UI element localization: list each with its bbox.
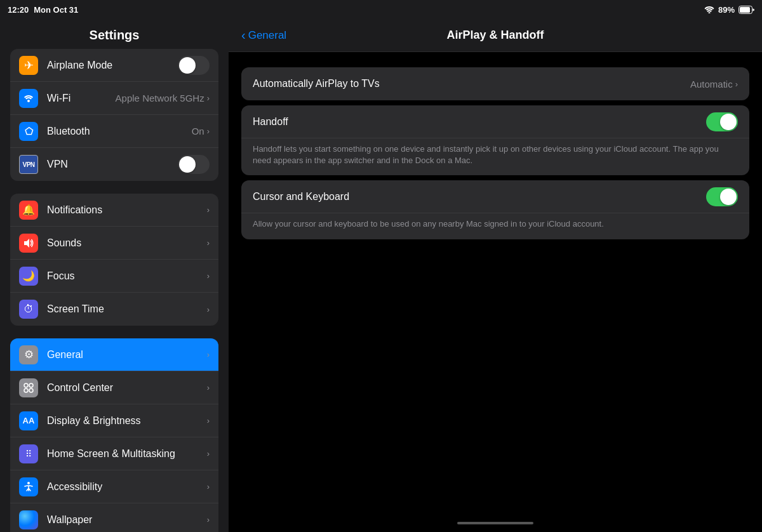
cursor-keyboard-row[interactable]: Cursor and Keyboard — [241, 180, 749, 213]
right-panel: ‹ General AirPlay & Handoff Automaticall… — [229, 19, 762, 532]
sidebar-item-general[interactable]: ⚙ General › — [10, 338, 218, 371]
svg-point-0 — [708, 12, 710, 13]
handoff-card: Handoff Handoff lets you start something… — [241, 105, 749, 175]
notifications-chevron: › — [207, 205, 210, 215]
handoff-toggle[interactable] — [706, 112, 738, 131]
accessibility-chevron: › — [207, 482, 210, 491]
right-header: ‹ General AirPlay & Handoff — [229, 19, 762, 52]
display-label: Display & Brightness — [47, 415, 207, 427]
cursor-keyboard-description: Allow your cursor and keyboard to be use… — [241, 213, 749, 239]
sidebar-item-home-screen[interactable]: ⠿ Home Screen & Multitasking › — [10, 437, 218, 470]
bluetooth-label: Bluetooth — [47, 126, 192, 137]
wifi-icon — [19, 89, 38, 108]
sidebar-item-screen-time[interactable]: ⏱ Screen Time › — [10, 293, 218, 326]
handoff-label: Handoff — [253, 116, 706, 128]
sidebar-item-wallpaper[interactable]: Wallpaper › — [10, 503, 218, 532]
wifi-label: Wi-Fi — [47, 93, 116, 104]
right-panel-title: AirPlay & Handoff — [446, 29, 544, 42]
handoff-description: Handoff lets you start something on one … — [241, 138, 749, 175]
general-chevron: › — [207, 350, 210, 359]
sidebar-item-focus[interactable]: 🌙 Focus › — [10, 260, 218, 293]
control-center-icon — [19, 378, 38, 397]
svg-rect-2 — [740, 7, 750, 13]
right-content: Automatically AirPlay to TVs Automatic ›… — [229, 52, 762, 519]
focus-icon: 🌙 — [19, 267, 38, 286]
airplane-mode-icon: ✈ — [19, 56, 38, 75]
airplane-mode-knob — [179, 57, 196, 74]
main-layout: Settings ✈ Airplane Mode — [0, 19, 762, 532]
notifications-label: Notifications — [47, 204, 207, 216]
display-icon: AA — [19, 411, 38, 430]
battery-icon — [739, 6, 754, 14]
vpn-toggle[interactable] — [178, 155, 210, 174]
home-screen-icon: ⠿ — [19, 444, 38, 463]
svg-marker-4 — [24, 239, 29, 248]
handoff-row[interactable]: Handoff — [241, 105, 749, 138]
sidebar-item-airplane-mode[interactable]: ✈ Airplane Mode — [10, 49, 218, 82]
sounds-label: Sounds — [47, 237, 207, 249]
notifications-icon: 🔔 — [19, 201, 38, 220]
screen-time-label: Screen Time — [47, 303, 207, 315]
auto-airplay-label: Automatically AirPlay to TVs — [253, 78, 690, 90]
accessibility-label: Accessibility — [47, 481, 207, 493]
handoff-toggle-knob — [720, 114, 737, 130]
wifi-icon — [704, 6, 714, 13]
general-icon: ⚙ — [19, 345, 38, 364]
system1-group: 🔔 Notifications › Sounds › — [10, 194, 218, 326]
svg-point-7 — [24, 389, 28, 392]
sidebar-item-wifi[interactable]: Wi-Fi Apple Network 5GHz › — [10, 82, 218, 115]
status-date: Mon Oct 31 — [34, 5, 78, 15]
accessibility-icon — [19, 477, 38, 496]
auto-airplay-row[interactable]: Automatically AirPlay to TVs Automatic › — [241, 67, 749, 100]
sidebar-item-accessibility[interactable]: Accessibility › — [10, 470, 218, 503]
back-button[interactable]: ‹ General — [241, 28, 286, 43]
cursor-keyboard-card: Cursor and Keyboard Allow your cursor an… — [241, 180, 749, 239]
airplay-card: Automatically AirPlay to TVs Automatic › — [241, 67, 749, 100]
sidebar-item-notifications[interactable]: 🔔 Notifications › — [10, 194, 218, 227]
vpn-icon: VPN — [19, 155, 38, 174]
battery-percent: 89% — [718, 5, 735, 15]
airplane-mode-label: Airplane Mode — [47, 60, 178, 71]
sidebar-item-display[interactable]: AA Display & Brightness › — [10, 404, 218, 437]
control-center-label: Control Center — [47, 382, 207, 394]
sidebar-item-sounds[interactable]: Sounds › — [10, 227, 218, 260]
status-bar: 12:20 Mon Oct 31 89% — [0, 0, 762, 19]
bluetooth-chevron: › — [207, 126, 210, 136]
auto-airplay-value: Automatic — [690, 79, 733, 90]
cursor-keyboard-toggle[interactable] — [706, 187, 738, 206]
wifi-value: Apple Network 5GHz — [116, 93, 204, 103]
status-bar-right: 89% — [704, 5, 754, 15]
bluetooth-icon: ⬠ — [19, 122, 38, 141]
scroll-bar — [457, 522, 533, 524]
back-label[interactable]: General — [248, 29, 286, 42]
airplane-mode-toggle[interactable] — [178, 56, 210, 75]
display-chevron: › — [207, 416, 210, 425]
sidebar: Settings ✈ Airplane Mode — [0, 19, 229, 532]
wallpaper-icon — [19, 510, 38, 529]
vpn-label: VPN — [47, 159, 178, 170]
svg-point-6 — [29, 383, 33, 387]
status-time: 12:20 — [8, 5, 29, 15]
system2-group: ⚙ General › Control Center — [10, 338, 218, 532]
wallpaper-label: Wallpaper — [47, 514, 207, 526]
home-screen-label: Home Screen & Multitasking — [47, 448, 207, 460]
bluetooth-value: On — [192, 126, 204, 136]
sidebar-item-vpn[interactable]: VPN VPN — [10, 148, 218, 181]
sidebar-title: Settings — [0, 19, 229, 49]
general-label: General — [47, 349, 207, 361]
svg-point-3 — [27, 100, 30, 102]
control-center-chevron: › — [207, 383, 210, 392]
sounds-icon — [19, 234, 38, 253]
scroll-indicator — [229, 519, 762, 532]
svg-point-8 — [29, 389, 33, 392]
sidebar-item-bluetooth[interactable]: ⬠ Bluetooth On › — [10, 115, 218, 148]
focus-label: Focus — [47, 270, 207, 282]
screen-time-chevron: › — [207, 305, 210, 314]
focus-chevron: › — [207, 271, 210, 281]
status-bar-left: 12:20 Mon Oct 31 — [8, 5, 78, 15]
screen-time-icon: ⏱ — [19, 300, 38, 319]
cursor-keyboard-knob — [720, 189, 737, 205]
back-chevron-icon: ‹ — [241, 28, 246, 43]
sidebar-item-control-center[interactable]: Control Center › — [10, 371, 218, 404]
sidebar-content: ✈ Airplane Mode Wi-Fi — [0, 49, 229, 532]
